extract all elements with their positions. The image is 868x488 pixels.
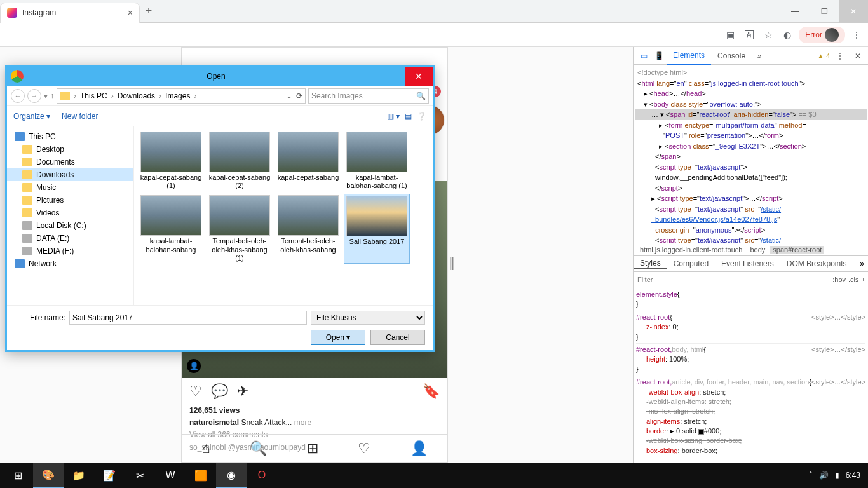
tab-console[interactable]: Console [711,47,752,65]
filename-input[interactable] [69,311,307,325]
browser-tab[interactable]: Instagram × [0,3,140,23]
file-item[interactable]: kapal-cepat-sabang (2) [207,130,273,191]
nav-up-button[interactable]: ↑ [50,92,54,100]
hov-toggle[interactable]: :hov [832,276,846,283]
nav-search-icon[interactable]: 🔍 [250,440,267,457]
bookmark-star-icon[interactable]: ☆ [761,27,776,43]
taskbar-chrome[interactable]: ◉ [216,463,247,488]
extension-icon[interactable]: ◐ [780,27,795,43]
preview-pane-button[interactable]: ▤ [405,112,412,121]
post-username[interactable]: natureismetal [189,418,239,427]
device-toolbar-icon[interactable]: 📱 [651,51,667,60]
open-button[interactable]: Open ▾ [311,330,365,345]
tab-styles[interactable]: Styles [634,259,667,269]
share-icon[interactable]: ✈ [237,383,248,400]
nav-back-button[interactable]: ← [11,89,25,103]
file-type-select[interactable]: File Khusus [311,311,425,325]
file-list[interactable]: kapal-cepat-sabang (1)kapal-cepat-sabang… [134,126,433,305]
styles-pane[interactable]: element.style {} #react-root {<style>…</… [634,287,868,463]
tab-elements[interactable]: Elements [667,47,711,65]
tab-computed[interactable]: Computed [667,259,715,268]
file-item[interactable]: Tempat-beli-oleh-oleh-khas-sabang [275,194,341,264]
breadcrumb-item[interactable]: Downloads [118,92,155,100]
breadcrumb-dropdown[interactable]: ⌄ [286,92,292,100]
dom-breadcrumb[interactable]: html.js.logged-in.client-root.touch body… [634,243,868,255]
tree-item[interactable]: Downloads [7,168,133,181]
tab-event-listeners[interactable]: Event Listeners [715,259,780,268]
crumb-item[interactable]: span#react-root [770,246,824,254]
tab-close-icon[interactable]: × [128,8,133,18]
more-link[interactable]: more [294,418,311,427]
like-icon[interactable]: ♡ [189,383,202,400]
nav-profile-icon[interactable]: 👤 [410,440,428,457]
clock[interactable]: 6:43 [846,471,860,480]
tray-up-icon[interactable]: ˄ [809,471,813,480]
tree-item[interactable]: Documents [7,156,133,168]
taskbar-explorer[interactable]: 📁 [64,463,94,488]
elements-tree[interactable]: <!doctype html> <html lang="en" class="j… [634,65,868,243]
more-tabs-icon[interactable]: » [856,259,868,268]
add-rule-icon[interactable]: + [862,276,865,283]
crumb-item[interactable]: body [747,246,768,254]
warning-count[interactable]: ▲ 4 [817,52,830,60]
file-item[interactable]: kapal-cepat-sabang (1) [138,130,204,191]
cls-toggle[interactable]: .cls [848,276,859,283]
tree-item[interactable]: Music [7,181,133,194]
dialog-titlebar[interactable]: Open ✕ [7,67,433,86]
breadcrumb-bar[interactable]: › This PC› Downloads› Images› ⌄ ⟳ [57,88,306,104]
styles-filter-input[interactable] [634,276,830,283]
nav-add-icon[interactable]: ⊞ [307,440,318,457]
folder-tree[interactable]: This PCDesktopDocumentsDownloadsMusicPic… [7,126,134,305]
help-button[interactable]: ❔ [417,112,426,121]
new-folder-button[interactable]: New folder [62,112,98,121]
file-item[interactable]: kapal-lambat-balohan-sabang [138,194,204,264]
file-item[interactable]: Sail Sabang 2017 [344,194,410,264]
file-item[interactable]: kapal-lambat-balohan-sabang (1) [344,130,410,191]
refresh-button[interactable]: ⟳ [296,92,302,100]
more-tabs-icon[interactable]: » [752,51,767,60]
tab-dom-breakpoints[interactable]: DOM Breakpoints [780,259,853,268]
error-chip[interactable]: Error [799,27,845,43]
maximize-button[interactable]: ❐ [810,0,839,23]
tree-item[interactable]: MEDIA (F:) [7,245,133,257]
taskbar-word[interactable]: W [155,463,186,488]
view-mode-button[interactable]: ▥ ▾ [387,112,400,121]
tree-item[interactable]: Pictures [7,194,133,207]
network-icon[interactable]: ▮ [835,471,839,480]
taskbar-paint[interactable]: 🎨 [33,463,64,488]
devtools-settings-icon[interactable]: ⋮ [832,51,848,60]
nav-home-icon[interactable]: ⌂ [201,440,210,457]
minimize-button[interactable]: — [780,0,810,23]
tree-item[interactable]: Local Disk (C:) [7,219,133,232]
cast-icon[interactable]: ▣ [722,27,738,43]
tree-item[interactable]: Videos [7,207,133,219]
close-window-button[interactable]: ✕ [839,0,868,23]
nav-activity-icon[interactable]: ♡ [358,440,370,457]
save-icon[interactable]: 🔖 [423,383,440,400]
taskbar-notepad[interactable]: 📝 [94,463,125,488]
crumb-item[interactable]: html.js.logged-in.client-root.touch [637,246,745,254]
tree-item[interactable]: Desktop [7,143,133,156]
translate-icon[interactable]: 🄰 [742,27,757,43]
taskbar-opera[interactable]: O [247,463,277,488]
breadcrumb-item[interactable]: This PC [80,92,107,100]
cancel-button[interactable]: Cancel [370,330,425,345]
tree-item[interactable]: Network [7,257,133,270]
breadcrumb-item[interactable]: Images [165,92,190,100]
file-item[interactable]: Tempat-beli-oleh-oleh-khas-sabang (1) [207,194,273,264]
chrome-menu-icon[interactable]: ⋮ [849,27,864,43]
organize-menu[interactable]: Organize ▾ [13,112,50,121]
taskbar-snip[interactable]: ✂ [125,463,155,488]
nav-recent-dropdown[interactable]: ▾ [44,92,48,100]
inspect-element-icon[interactable]: ▭ [636,51,651,60]
nav-forward-button[interactable]: → [27,89,41,103]
tree-item[interactable]: DATA (E:) [7,232,133,245]
dialog-close-button[interactable]: ✕ [405,67,433,86]
taskbar-uc[interactable]: 🟧 [186,463,216,488]
resize-handle-icon[interactable]: ‖ [449,255,455,270]
file-item[interactable]: kapal-cepat-sabang [275,130,341,191]
start-button[interactable]: ⊞ [3,463,33,488]
devtools-close-icon[interactable]: ✕ [850,51,865,60]
search-box[interactable]: Search Images 🔍 [308,88,429,104]
volume-icon[interactable]: 🔊 [819,471,829,480]
